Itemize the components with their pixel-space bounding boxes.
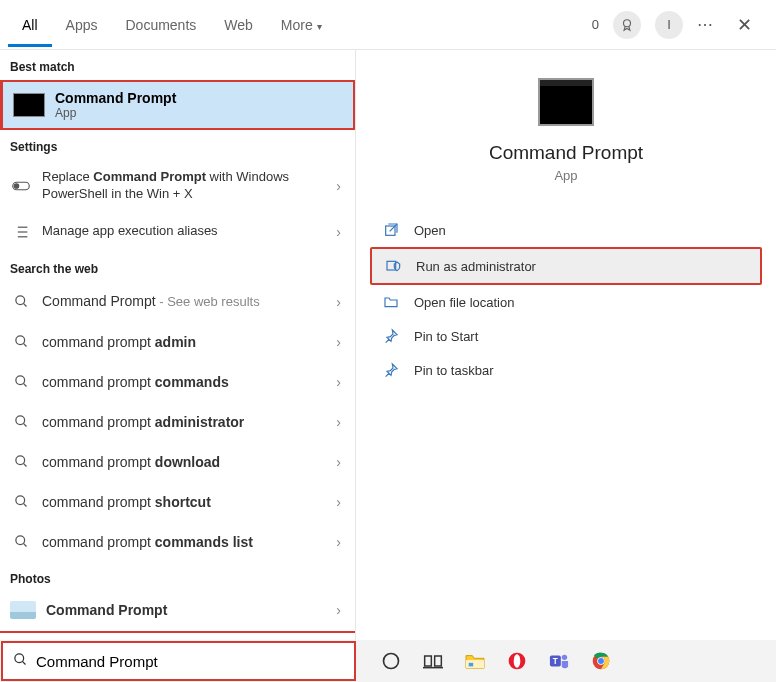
chevron-right-icon: › xyxy=(332,454,345,470)
svg-rect-28 xyxy=(425,656,432,666)
chevron-right-icon: › xyxy=(332,602,345,618)
svg-line-18 xyxy=(23,464,26,467)
pin-icon xyxy=(382,328,400,344)
web-result-label: command prompt commands list xyxy=(42,533,332,551)
action-label: Run as administrator xyxy=(416,259,536,274)
chevron-right-icon: › xyxy=(332,414,345,430)
tab-apps[interactable]: Apps xyxy=(52,3,112,47)
shield-run-icon xyxy=(384,258,402,274)
tab-web[interactable]: Web xyxy=(210,3,267,47)
search-icon xyxy=(10,494,32,509)
web-result-item[interactable]: command prompt administrator › xyxy=(0,402,355,442)
web-result-item[interactable]: command prompt commands list › xyxy=(0,522,355,562)
settings-item-execution-aliases[interactable]: Manage app execution aliases › xyxy=(0,212,355,252)
search-icon xyxy=(10,374,32,389)
action-pin-to-taskbar[interactable]: Pin to taskbar xyxy=(370,353,762,387)
tabs-row: All Apps Documents Web More▾ 0 I ⋯ ✕ xyxy=(0,0,776,50)
action-label: Pin to taskbar xyxy=(414,363,494,378)
preview-subtitle: App xyxy=(554,168,577,183)
action-label: Open file location xyxy=(414,295,514,310)
svg-rect-2 xyxy=(14,184,19,189)
svg-point-34 xyxy=(514,654,521,667)
command-prompt-icon xyxy=(538,78,594,126)
photos-item-label: Command Prompt xyxy=(46,601,332,619)
section-photos: Photos xyxy=(0,562,355,592)
web-result-item[interactable]: command prompt commands › xyxy=(0,362,355,402)
settings-item-label: Manage app execution aliases xyxy=(42,223,332,240)
svg-point-21 xyxy=(15,536,24,545)
opera-icon[interactable] xyxy=(505,649,529,673)
svg-point-9 xyxy=(15,296,24,305)
web-result-item[interactable]: command prompt shortcut › xyxy=(0,482,355,522)
web-result-label: command prompt commands xyxy=(42,373,332,391)
teams-icon[interactable]: T xyxy=(547,649,571,673)
task-view-icon[interactable] xyxy=(421,649,445,673)
tab-documents[interactable]: Documents xyxy=(111,3,210,47)
settings-item-label: Replace Command Prompt with Windows Powe… xyxy=(42,169,332,203)
search-icon xyxy=(10,334,32,349)
web-result-item[interactable]: Command Prompt - See web results › xyxy=(0,282,355,322)
web-result-item[interactable]: command prompt download › xyxy=(0,442,355,482)
svg-point-11 xyxy=(15,336,24,345)
search-icon xyxy=(3,652,36,670)
user-avatar[interactable]: I xyxy=(655,11,683,39)
bottom-row: T xyxy=(0,640,776,682)
cortana-icon[interactable] xyxy=(379,649,403,673)
svg-line-26 xyxy=(22,661,25,664)
chevron-right-icon: › xyxy=(332,178,345,194)
close-button[interactable]: ✕ xyxy=(729,10,760,40)
svg-point-37 xyxy=(562,655,567,660)
chevron-right-icon: › xyxy=(332,294,345,310)
section-best-match: Best match xyxy=(0,50,355,80)
search-input[interactable] xyxy=(36,643,354,679)
photo-thumbnail-icon xyxy=(10,601,36,619)
svg-point-13 xyxy=(15,376,24,385)
action-run-as-administrator[interactable]: Run as administrator xyxy=(370,247,762,285)
settings-item-replace-powershell[interactable]: Replace Command Prompt with Windows Powe… xyxy=(0,160,355,212)
best-match-result[interactable]: Command Prompt App xyxy=(0,80,355,130)
folder-icon xyxy=(382,294,400,310)
chevron-right-icon: › xyxy=(332,534,345,550)
toggle-icon xyxy=(10,180,32,192)
svg-line-16 xyxy=(23,424,26,427)
web-result-label: command prompt admin xyxy=(42,333,332,351)
action-label: Pin to Start xyxy=(414,329,478,344)
tab-more[interactable]: More▾ xyxy=(267,3,336,47)
svg-point-27 xyxy=(384,654,399,669)
web-result-label: Command Prompt - See web results xyxy=(42,292,332,311)
search-icon xyxy=(10,294,32,309)
svg-point-0 xyxy=(624,19,631,26)
tab-all[interactable]: All xyxy=(8,3,52,47)
chevron-right-icon: › xyxy=(332,334,345,350)
chevron-right-icon: › xyxy=(332,224,345,240)
file-explorer-icon[interactable] xyxy=(463,649,487,673)
web-result-item[interactable]: command prompt admin › xyxy=(0,322,355,362)
more-options-icon[interactable]: ⋯ xyxy=(697,15,715,34)
chevron-right-icon: › xyxy=(332,494,345,510)
svg-text:T: T xyxy=(553,657,558,666)
list-icon xyxy=(10,225,32,239)
search-box[interactable] xyxy=(1,641,356,681)
best-match-title: Command Prompt xyxy=(55,90,176,106)
action-open[interactable]: Open xyxy=(370,213,762,247)
section-search-web: Search the web xyxy=(0,252,355,282)
pin-icon xyxy=(382,362,400,378)
svg-rect-32 xyxy=(469,663,474,667)
action-open-file-location[interactable]: Open file location xyxy=(370,285,762,319)
preview-column: Command Prompt App Open Run as administr… xyxy=(355,50,776,682)
search-icon xyxy=(10,534,32,549)
svg-line-22 xyxy=(23,544,26,547)
open-icon xyxy=(382,222,400,238)
svg-line-10 xyxy=(23,304,26,307)
svg-line-20 xyxy=(23,504,26,507)
chevron-down-icon: ▾ xyxy=(317,21,322,32)
action-label: Open xyxy=(414,223,446,238)
action-pin-to-start[interactable]: Pin to Start xyxy=(370,319,762,353)
command-prompt-icon xyxy=(13,93,45,117)
section-settings: Settings xyxy=(0,130,355,160)
svg-point-25 xyxy=(15,654,24,663)
photos-result-item[interactable]: Command Prompt › xyxy=(0,592,355,633)
web-result-label: command prompt download xyxy=(42,453,332,471)
rewards-badge-icon[interactable] xyxy=(613,11,641,39)
chrome-icon[interactable] xyxy=(589,649,613,673)
